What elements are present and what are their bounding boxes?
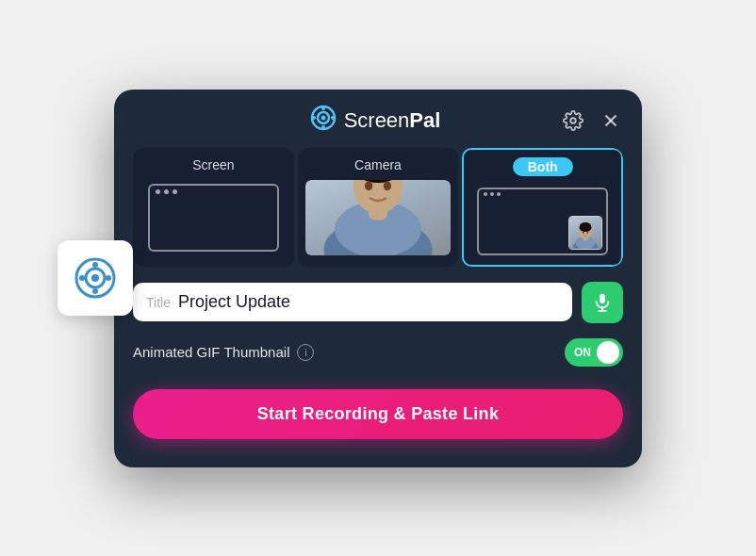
app-window: ScreenPal (114, 90, 642, 467)
screenpal-logo-icon (74, 257, 116, 299)
screen-preview (140, 180, 287, 255)
start-recording-button[interactable]: Start Recording & Paste Link (133, 389, 623, 439)
mode-tabs: Screen Camera (133, 148, 623, 267)
mic-button[interactable] (582, 282, 623, 323)
svg-point-5 (79, 275, 85, 281)
toggle-on-label: ON (574, 346, 591, 359)
gif-row: Animated GIF Thumbnail i ON (133, 338, 623, 367)
svg-point-11 (321, 125, 325, 129)
svg-point-24 (384, 181, 391, 190)
svg-point-3 (92, 262, 98, 268)
svg-point-31 (583, 232, 584, 234)
logo-icon (310, 105, 337, 137)
title-input-wrapper: Title (133, 283, 572, 321)
info-icon[interactable]: i (297, 344, 314, 361)
svg-rect-33 (600, 293, 605, 303)
tab-screen[interactable]: Screen (133, 148, 294, 267)
title-input[interactable] (178, 292, 559, 312)
svg-point-4 (92, 288, 98, 294)
tab-both[interactable]: Both (462, 148, 623, 267)
svg-point-6 (106, 275, 111, 281)
tab-camera-label: Camera (354, 157, 402, 172)
title-bar: ScreenPal (114, 90, 642, 148)
gif-label: Animated GIF Thumbnail (133, 344, 289, 360)
title-bar-center: ScreenPal (310, 105, 441, 137)
side-badge (58, 240, 133, 316)
gif-toggle[interactable]: ON (565, 338, 623, 367)
close-button[interactable] (599, 108, 623, 133)
svg-point-23 (365, 181, 372, 190)
svg-point-2 (91, 274, 99, 282)
app-container: ScreenPal (114, 90, 642, 467)
svg-point-12 (312, 116, 316, 120)
app-title: ScreenPal (344, 108, 441, 133)
title-bar-actions (561, 108, 623, 133)
camera-preview (305, 180, 452, 255)
title-label: Title (146, 295, 171, 310)
tab-both-label: Both (513, 157, 573, 176)
svg-point-30 (580, 222, 591, 230)
tab-camera[interactable]: Camera (298, 148, 459, 267)
svg-point-10 (321, 106, 325, 110)
title-row: Title (133, 282, 623, 323)
both-preview (469, 184, 616, 259)
tab-screen-label: Screen (192, 157, 234, 172)
svg-point-9 (320, 115, 325, 120)
toggle-knob (597, 341, 619, 364)
svg-point-13 (331, 116, 335, 120)
gif-label-group: Animated GIF Thumbnail i (133, 344, 314, 361)
svg-point-32 (587, 232, 589, 234)
svg-point-14 (570, 118, 576, 123)
settings-button[interactable] (561, 108, 585, 133)
